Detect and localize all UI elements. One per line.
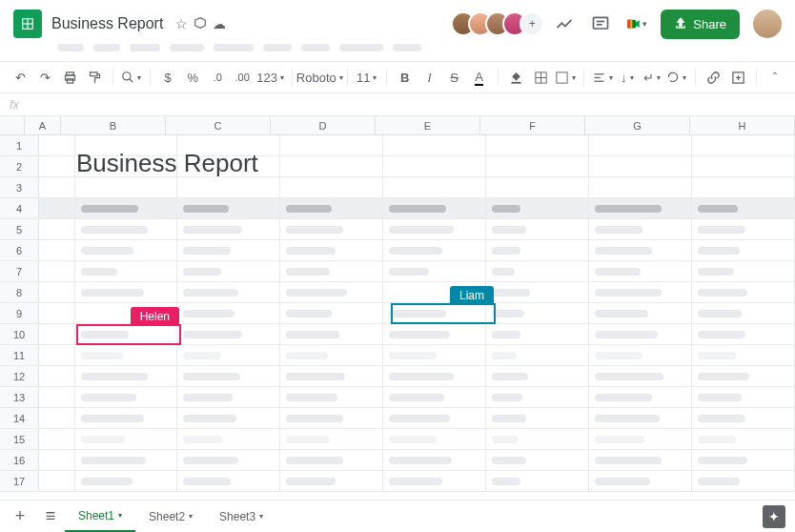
cell[interactable]	[75, 177, 178, 197]
borders-icon[interactable]	[530, 66, 551, 89]
cell[interactable]	[39, 198, 74, 218]
cell[interactable]	[39, 408, 74, 428]
cell[interactable]	[486, 429, 589, 449]
cell[interactable]	[692, 261, 795, 281]
cell[interactable]	[692, 135, 795, 155]
row-header[interactable]: 16	[0, 450, 39, 470]
cell[interactable]	[177, 303, 280, 323]
cell[interactable]	[486, 240, 589, 260]
cell[interactable]	[177, 408, 280, 428]
collaborator-avatars[interactable]: +	[451, 11, 544, 36]
increase-decimal-icon[interactable]: .00	[232, 66, 253, 89]
rotate-icon[interactable]	[666, 66, 687, 89]
cell[interactable]	[383, 471, 486, 491]
cell[interactable]	[177, 471, 280, 491]
cell[interactable]	[280, 366, 383, 386]
activity-icon[interactable]	[554, 13, 575, 34]
avatar-overflow[interactable]: +	[520, 11, 544, 36]
all-sheets-button[interactable]: ≡	[36, 502, 65, 531]
cell[interactable]	[383, 345, 486, 365]
link-icon[interactable]	[703, 66, 724, 89]
sheet-tab[interactable]: Sheet1▾	[65, 501, 135, 532]
row-header[interactable]: 5	[0, 219, 39, 239]
cell[interactable]	[692, 198, 795, 218]
cell[interactable]	[692, 387, 795, 407]
cell[interactable]	[280, 324, 383, 344]
cell[interactable]	[280, 156, 383, 176]
cell[interactable]	[75, 303, 178, 323]
cell[interactable]	[486, 303, 589, 323]
cell[interactable]	[383, 198, 486, 218]
insert-chart-icon[interactable]	[727, 66, 748, 89]
row-header[interactable]: 11	[0, 345, 39, 365]
cell[interactable]	[486, 450, 589, 470]
bold-icon[interactable]: B	[395, 66, 416, 89]
cell[interactable]	[486, 282, 589, 302]
cell[interactable]	[75, 240, 178, 260]
cell[interactable]	[177, 177, 280, 197]
cell[interactable]	[39, 177, 74, 197]
cell[interactable]	[75, 198, 178, 218]
cell[interactable]	[280, 303, 383, 323]
cell[interactable]	[39, 471, 74, 491]
cell[interactable]	[177, 429, 280, 449]
strikethrough-icon[interactable]: S	[444, 66, 465, 89]
cell[interactable]	[39, 303, 74, 323]
cell[interactable]	[692, 429, 795, 449]
row-header[interactable]: 12	[0, 366, 39, 386]
cell[interactable]	[692, 471, 795, 491]
sheets-logo[interactable]	[13, 10, 42, 38]
cell[interactable]	[75, 387, 178, 407]
text-color-icon[interactable]: A	[469, 66, 490, 89]
cell[interactable]	[692, 450, 795, 470]
cell[interactable]	[75, 366, 178, 386]
cell[interactable]	[75, 471, 178, 491]
col-header[interactable]: G	[585, 116, 690, 134]
cell[interactable]	[589, 261, 692, 281]
cell[interactable]	[589, 450, 692, 470]
col-header[interactable]: E	[376, 116, 480, 134]
menu-bar[interactable]	[0, 44, 795, 61]
cell[interactable]	[589, 282, 692, 302]
cell[interactable]	[692, 408, 795, 428]
cell[interactable]	[383, 261, 486, 281]
sheet-tab[interactable]: Sheet2▾	[135, 502, 206, 531]
cell[interactable]	[39, 450, 74, 470]
redo-icon[interactable]: ↷	[34, 66, 55, 89]
cell[interactable]	[280, 408, 383, 428]
cell[interactable]	[486, 261, 589, 281]
comments-icon[interactable]	[590, 13, 611, 34]
v-align-icon[interactable]: ↓	[617, 66, 638, 89]
col-header[interactable]: F	[480, 116, 585, 134]
cell[interactable]	[177, 324, 280, 344]
row-header[interactable]: 4	[0, 198, 39, 218]
cell[interactable]	[383, 450, 486, 470]
cell[interactable]	[589, 240, 692, 260]
cell[interactable]	[383, 303, 486, 323]
cell[interactable]	[39, 366, 74, 386]
row-header[interactable]: 14	[0, 408, 39, 428]
cell[interactable]	[486, 324, 589, 344]
cell[interactable]	[692, 324, 795, 344]
cell[interactable]	[589, 303, 692, 323]
collapse-toolbar-icon[interactable]: ˆ	[764, 66, 785, 89]
cell[interactable]	[280, 429, 383, 449]
formula-bar[interactable]: fx	[0, 93, 795, 116]
grid-body[interactable]: 1234567891011121314151617 Business Repor…	[0, 135, 795, 492]
cell[interactable]	[486, 408, 589, 428]
cell[interactable]	[383, 240, 486, 260]
cell[interactable]	[589, 408, 692, 428]
cell[interactable]	[75, 324, 178, 344]
cell[interactable]	[177, 240, 280, 260]
col-header[interactable]: A	[25, 116, 61, 134]
cell[interactable]	[589, 177, 692, 197]
cell[interactable]	[280, 282, 383, 302]
cell[interactable]	[486, 219, 589, 239]
row-header[interactable]: 3	[0, 177, 39, 197]
cell[interactable]	[39, 261, 74, 281]
cell[interactable]	[486, 177, 589, 197]
cell[interactable]	[280, 198, 383, 218]
cell[interactable]	[39, 345, 74, 365]
cell[interactable]	[383, 324, 486, 344]
cell[interactable]	[280, 135, 383, 155]
